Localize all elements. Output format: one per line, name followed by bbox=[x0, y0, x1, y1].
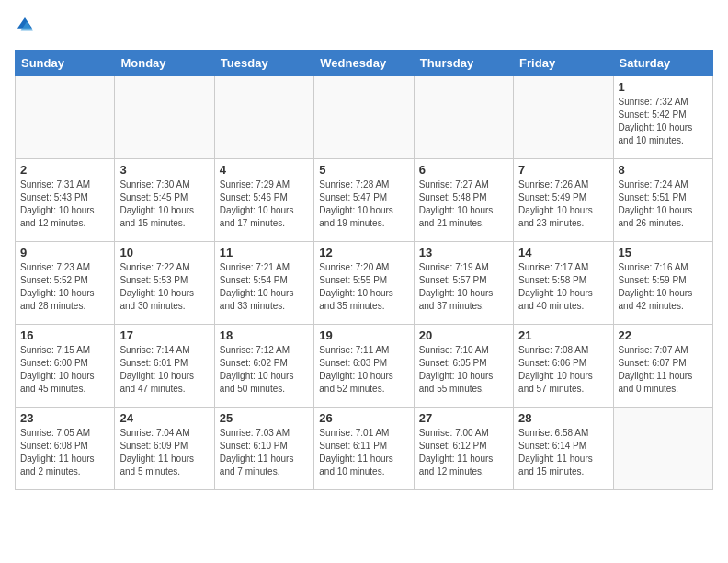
calendar-cell: 21Sunrise: 7:08 AM Sunset: 6:06 PM Dayli… bbox=[514, 325, 613, 408]
day-info: Sunrise: 7:17 AM Sunset: 5:58 PM Dayligh… bbox=[518, 261, 608, 313]
day-number: 6 bbox=[419, 163, 508, 177]
day-info: Sunrise: 7:24 AM Sunset: 5:51 PM Dayligh… bbox=[619, 178, 708, 230]
day-info: Sunrise: 7:00 AM Sunset: 6:12 PM Dayligh… bbox=[419, 427, 508, 478]
calendar-cell: 4Sunrise: 7:29 AM Sunset: 5:46 PM Daylig… bbox=[214, 159, 313, 242]
day-number: 23 bbox=[20, 411, 109, 425]
day-info: Sunrise: 7:03 AM Sunset: 6:10 PM Dayligh… bbox=[220, 427, 309, 478]
day-number: 12 bbox=[319, 246, 408, 259]
day-info: Sunrise: 7:14 AM Sunset: 6:01 PM Dayligh… bbox=[119, 344, 209, 396]
day-info: Sunrise: 7:20 AM Sunset: 5:55 PM Dayligh… bbox=[319, 261, 408, 313]
calendar-week-3: 16Sunrise: 7:15 AM Sunset: 6:00 PM Dayli… bbox=[16, 325, 713, 408]
day-info: Sunrise: 7:11 AM Sunset: 6:03 PM Dayligh… bbox=[319, 344, 408, 396]
calendar-week-2: 9Sunrise: 7:23 AM Sunset: 5:52 PM Daylig… bbox=[16, 242, 713, 325]
day-number: 14 bbox=[518, 246, 608, 259]
day-number: 13 bbox=[419, 246, 508, 259]
calendar-cell: 19Sunrise: 7:11 AM Sunset: 6:03 PM Dayli… bbox=[314, 325, 414, 408]
calendar-cell: 28Sunrise: 6:58 AM Sunset: 6:14 PM Dayli… bbox=[514, 408, 613, 490]
day-info: Sunrise: 7:16 AM Sunset: 5:59 PM Dayligh… bbox=[619, 261, 708, 313]
calendar-cell: 16Sunrise: 7:15 AM Sunset: 6:00 PM Dayli… bbox=[16, 325, 115, 408]
calendar-cell: 6Sunrise: 7:27 AM Sunset: 5:48 PM Daylig… bbox=[414, 159, 513, 242]
calendar-week-1: 2Sunrise: 7:31 AM Sunset: 5:43 PM Daylig… bbox=[16, 159, 713, 242]
day-number: 27 bbox=[419, 411, 508, 425]
day-info: Sunrise: 7:22 AM Sunset: 5:53 PM Dayligh… bbox=[119, 261, 209, 313]
calendar-header-wednesday: Wednesday bbox=[314, 51, 414, 76]
day-number: 22 bbox=[619, 328, 708, 342]
calendar-cell: 7Sunrise: 7:26 AM Sunset: 5:49 PM Daylig… bbox=[514, 159, 613, 242]
calendar-cell: 17Sunrise: 7:14 AM Sunset: 6:01 PM Dayli… bbox=[115, 325, 214, 408]
calendar-cell: 13Sunrise: 7:19 AM Sunset: 5:57 PM Dayli… bbox=[414, 242, 513, 325]
day-number: 18 bbox=[220, 328, 309, 342]
day-info: Sunrise: 7:21 AM Sunset: 5:54 PM Dayligh… bbox=[220, 261, 309, 313]
day-number: 21 bbox=[518, 328, 608, 342]
day-number: 25 bbox=[220, 411, 309, 425]
calendar-cell: 9Sunrise: 7:23 AM Sunset: 5:52 PM Daylig… bbox=[16, 242, 115, 325]
day-number: 17 bbox=[119, 328, 209, 342]
day-info: Sunrise: 7:01 AM Sunset: 6:11 PM Dayligh… bbox=[319, 427, 408, 478]
calendar-header-row: SundayMondayTuesdayWednesdayThursdayFrid… bbox=[16, 51, 713, 76]
calendar-cell: 5Sunrise: 7:28 AM Sunset: 5:47 PM Daylig… bbox=[314, 159, 414, 242]
day-number: 19 bbox=[319, 328, 408, 342]
calendar-table: SundayMondayTuesdayWednesdayThursdayFrid… bbox=[15, 50, 713, 490]
day-number: 24 bbox=[119, 411, 209, 425]
day-number: 7 bbox=[518, 163, 608, 177]
calendar-cell bbox=[514, 76, 613, 159]
calendar-cell bbox=[314, 76, 414, 159]
calendar-cell: 18Sunrise: 7:12 AM Sunset: 6:02 PM Dayli… bbox=[214, 325, 313, 408]
calendar-cell: 14Sunrise: 7:17 AM Sunset: 5:58 PM Dayli… bbox=[514, 242, 613, 325]
day-number: 3 bbox=[119, 163, 209, 177]
day-info: Sunrise: 7:04 AM Sunset: 6:09 PM Dayligh… bbox=[119, 427, 209, 478]
calendar-header-thursday: Thursday bbox=[414, 51, 513, 76]
day-info: Sunrise: 7:29 AM Sunset: 5:46 PM Dayligh… bbox=[220, 178, 309, 230]
day-number: 28 bbox=[518, 411, 608, 425]
calendar-cell bbox=[16, 76, 115, 159]
calendar-header-saturday: Saturday bbox=[613, 51, 712, 76]
day-number: 26 bbox=[319, 411, 408, 425]
day-number: 4 bbox=[220, 163, 309, 177]
calendar-cell: 25Sunrise: 7:03 AM Sunset: 6:10 PM Dayli… bbox=[214, 408, 313, 490]
calendar-week-0: 1Sunrise: 7:32 AM Sunset: 5:42 PM Daylig… bbox=[16, 76, 713, 159]
day-info: Sunrise: 7:19 AM Sunset: 5:57 PM Dayligh… bbox=[419, 261, 508, 313]
day-number: 8 bbox=[619, 163, 708, 177]
calendar-cell bbox=[214, 76, 313, 159]
day-info: Sunrise: 7:12 AM Sunset: 6:02 PM Dayligh… bbox=[220, 344, 309, 396]
day-number: 15 bbox=[619, 246, 708, 259]
logo bbox=[15, 15, 37, 39]
calendar-cell: 20Sunrise: 7:10 AM Sunset: 6:05 PM Dayli… bbox=[414, 325, 513, 408]
calendar-header-tuesday: Tuesday bbox=[214, 51, 313, 76]
calendar-cell: 27Sunrise: 7:00 AM Sunset: 6:12 PM Dayli… bbox=[414, 408, 513, 490]
day-info: Sunrise: 7:31 AM Sunset: 5:43 PM Dayligh… bbox=[20, 178, 109, 230]
calendar-cell bbox=[414, 76, 513, 159]
calendar-cell: 2Sunrise: 7:31 AM Sunset: 5:43 PM Daylig… bbox=[16, 159, 115, 242]
day-info: Sunrise: 7:32 AM Sunset: 5:42 PM Dayligh… bbox=[619, 96, 708, 147]
calendar-header-monday: Monday bbox=[115, 51, 214, 76]
page-header bbox=[15, 15, 713, 39]
day-info: Sunrise: 7:23 AM Sunset: 5:52 PM Dayligh… bbox=[20, 261, 109, 313]
calendar-cell: 8Sunrise: 7:24 AM Sunset: 5:51 PM Daylig… bbox=[613, 159, 712, 242]
day-info: Sunrise: 6:58 AM Sunset: 6:14 PM Dayligh… bbox=[518, 427, 608, 478]
day-info: Sunrise: 7:30 AM Sunset: 5:45 PM Dayligh… bbox=[119, 178, 209, 230]
calendar-cell: 15Sunrise: 7:16 AM Sunset: 5:59 PM Dayli… bbox=[613, 242, 712, 325]
calendar-cell: 3Sunrise: 7:30 AM Sunset: 5:45 PM Daylig… bbox=[115, 159, 214, 242]
calendar-cell bbox=[613, 408, 712, 490]
day-info: Sunrise: 7:27 AM Sunset: 5:48 PM Dayligh… bbox=[419, 178, 508, 230]
day-info: Sunrise: 7:10 AM Sunset: 6:05 PM Dayligh… bbox=[419, 344, 508, 396]
day-info: Sunrise: 7:15 AM Sunset: 6:00 PM Dayligh… bbox=[20, 344, 109, 396]
calendar-cell: 12Sunrise: 7:20 AM Sunset: 5:55 PM Dayli… bbox=[314, 242, 414, 325]
calendar-cell: 23Sunrise: 7:05 AM Sunset: 6:08 PM Dayli… bbox=[16, 408, 115, 490]
day-info: Sunrise: 7:08 AM Sunset: 6:06 PM Dayligh… bbox=[518, 344, 608, 396]
calendar-cell: 22Sunrise: 7:07 AM Sunset: 6:07 PM Dayli… bbox=[613, 325, 712, 408]
logo-icon bbox=[15, 15, 35, 35]
day-info: Sunrise: 7:07 AM Sunset: 6:07 PM Dayligh… bbox=[619, 344, 708, 396]
day-number: 20 bbox=[419, 328, 508, 342]
calendar-week-4: 23Sunrise: 7:05 AM Sunset: 6:08 PM Dayli… bbox=[16, 408, 713, 490]
calendar-cell: 24Sunrise: 7:04 AM Sunset: 6:09 PM Dayli… bbox=[115, 408, 214, 490]
day-info: Sunrise: 7:28 AM Sunset: 5:47 PM Dayligh… bbox=[319, 178, 408, 230]
day-number: 1 bbox=[619, 80, 708, 94]
day-number: 16 bbox=[20, 328, 109, 342]
day-number: 2 bbox=[20, 163, 109, 177]
day-number: 11 bbox=[220, 246, 309, 259]
calendar-cell: 1Sunrise: 7:32 AM Sunset: 5:42 PM Daylig… bbox=[613, 76, 712, 159]
calendar-header-friday: Friday bbox=[514, 51, 613, 76]
calendar-cell: 11Sunrise: 7:21 AM Sunset: 5:54 PM Dayli… bbox=[214, 242, 313, 325]
day-info: Sunrise: 7:05 AM Sunset: 6:08 PM Dayligh… bbox=[20, 427, 109, 478]
